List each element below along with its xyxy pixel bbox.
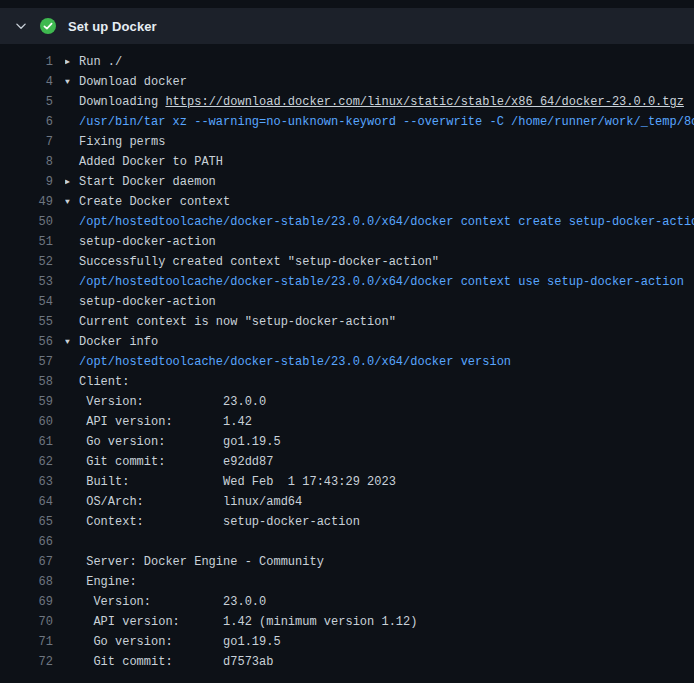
log-text: OS/Arch: linux/amd64 bbox=[79, 495, 302, 509]
line-number-link[interactable]: 52 bbox=[0, 252, 53, 272]
line-number-link[interactable]: 57 bbox=[0, 352, 53, 372]
log-text: Server: Docker Engine - Community bbox=[79, 555, 324, 569]
log-text: Version: 23.0.0 bbox=[79, 595, 266, 609]
log-text: Start Docker daemon bbox=[79, 175, 216, 189]
log-url-link[interactable]: https://download.docker.com/linux/static… bbox=[165, 95, 683, 109]
group-collapse-icon[interactable]: ▼ bbox=[65, 332, 79, 352]
line-number-link[interactable]: 62 bbox=[0, 452, 53, 472]
log-line-content: API version: 1.42 bbox=[65, 412, 694, 432]
line-number-link[interactable]: 65 bbox=[0, 512, 53, 532]
line-number-link[interactable]: 56 bbox=[0, 332, 53, 352]
log-line: 66 bbox=[0, 532, 694, 552]
log-command-text: /opt/hostedtoolcache/docker-stable/23.0.… bbox=[79, 275, 684, 289]
line-number-link[interactable]: 54 bbox=[0, 292, 53, 312]
log-line-content: /opt/hostedtoolcache/docker-stable/23.0.… bbox=[65, 352, 694, 372]
log-line: 69 Version: 23.0.0 bbox=[0, 592, 694, 612]
line-number-link[interactable]: 69 bbox=[0, 592, 53, 612]
log-line-content: Added Docker to PATH bbox=[65, 152, 694, 172]
line-number-link[interactable]: 63 bbox=[0, 472, 53, 492]
log-line-content: ▼Create Docker context bbox=[65, 192, 694, 212]
line-number-link[interactable]: 70 bbox=[0, 612, 53, 632]
log-line: 60 API version: 1.42 bbox=[0, 412, 694, 432]
line-number-link[interactable]: 53 bbox=[0, 272, 53, 292]
success-check-icon bbox=[40, 18, 56, 34]
log-line-content: ▼Docker info bbox=[65, 332, 694, 352]
line-number-link[interactable]: 51 bbox=[0, 232, 53, 252]
line-number-link[interactable]: 7 bbox=[0, 132, 53, 152]
line-number-link[interactable]: 66 bbox=[0, 532, 53, 552]
log-line: 1▶Run ./ bbox=[0, 52, 694, 72]
log-line-content: setup-docker-action bbox=[65, 292, 694, 312]
chevron-down-icon[interactable] bbox=[14, 19, 28, 33]
log-line-content: Successfully created context "setup-dock… bbox=[65, 252, 694, 272]
log-line: 68 Engine: bbox=[0, 572, 694, 592]
log-text: Downloading bbox=[79, 95, 165, 109]
line-number-link[interactable]: 6 bbox=[0, 112, 53, 132]
log-text: API version: 1.42 (minimum version 1.12) bbox=[79, 615, 417, 629]
group-expand-icon[interactable]: ▶ bbox=[65, 52, 79, 72]
log-line-content: ▶Run ./ bbox=[65, 52, 694, 72]
log-line-content bbox=[65, 532, 694, 552]
step-header-setup-docker[interactable]: Set up Docker bbox=[0, 8, 694, 44]
log-line: 71 Go version: go1.19.5 bbox=[0, 632, 694, 652]
line-number-link[interactable]: 4 bbox=[0, 72, 53, 92]
group-collapse-icon[interactable]: ▼ bbox=[65, 192, 79, 212]
log-text: API version: 1.42 bbox=[79, 415, 252, 429]
log-line-content: Built: Wed Feb 1 17:43:29 2023 bbox=[65, 472, 694, 492]
group-expand-icon[interactable]: ▶ bbox=[65, 172, 79, 192]
log-line: 63 Built: Wed Feb 1 17:43:29 2023 bbox=[0, 472, 694, 492]
log-text: Successfully created context "setup-dock… bbox=[79, 255, 439, 269]
log-line: 72 Git commit: d7573ab bbox=[0, 652, 694, 672]
log-text: Current context is now "setup-docker-act… bbox=[79, 315, 396, 329]
log-line-content: /opt/hostedtoolcache/docker-stable/23.0.… bbox=[65, 272, 694, 292]
log-line: 49▼Create Docker context bbox=[0, 192, 694, 212]
log-line: 50/opt/hostedtoolcache/docker-stable/23.… bbox=[0, 212, 694, 232]
line-number-link[interactable]: 9 bbox=[0, 172, 53, 192]
line-number-link[interactable]: 49 bbox=[0, 192, 53, 212]
line-number-link[interactable]: 59 bbox=[0, 392, 53, 412]
log-command-text: /opt/hostedtoolcache/docker-stable/23.0.… bbox=[79, 215, 694, 229]
log-text: Client: bbox=[79, 375, 129, 389]
line-number-link[interactable]: 64 bbox=[0, 492, 53, 512]
line-number-link[interactable]: 68 bbox=[0, 572, 53, 592]
log-line-content: Version: 23.0.0 bbox=[65, 592, 694, 612]
log-line-content: Fixing perms bbox=[65, 132, 694, 152]
line-number-link[interactable]: 71 bbox=[0, 632, 53, 652]
log-line: 53/opt/hostedtoolcache/docker-stable/23.… bbox=[0, 272, 694, 292]
line-number-link[interactable]: 5 bbox=[0, 92, 53, 112]
line-number-link[interactable]: 1 bbox=[0, 52, 53, 72]
log-line-content: Current context is now "setup-docker-act… bbox=[65, 312, 694, 332]
log-line-content: Engine: bbox=[65, 572, 694, 592]
log-line: 4▼Download docker bbox=[0, 72, 694, 92]
line-number-link[interactable]: 60 bbox=[0, 412, 53, 432]
log-line-content: ▶Start Docker daemon bbox=[65, 172, 694, 192]
line-number-link[interactable]: 67 bbox=[0, 552, 53, 572]
log-output: 1▶Run ./4▼Download docker5Downloading ht… bbox=[0, 44, 694, 672]
log-text: Added Docker to PATH bbox=[79, 155, 223, 169]
log-line-content: /usr/bin/tar xz --warning=no-unknown-key… bbox=[65, 112, 694, 132]
line-number-link[interactable]: 61 bbox=[0, 432, 53, 452]
log-line: 7Fixing perms bbox=[0, 132, 694, 152]
log-line: 65 Context: setup-docker-action bbox=[0, 512, 694, 532]
line-number-link[interactable]: 50 bbox=[0, 212, 53, 232]
log-text: Create Docker context bbox=[79, 195, 230, 209]
log-line: 70 API version: 1.42 (minimum version 1.… bbox=[0, 612, 694, 632]
log-line: 55Current context is now "setup-docker-a… bbox=[0, 312, 694, 332]
log-text: Engine: bbox=[79, 575, 137, 589]
log-text: Version: 23.0.0 bbox=[79, 395, 266, 409]
line-number-link[interactable]: 55 bbox=[0, 312, 53, 332]
log-line-content: Git commit: d7573ab bbox=[65, 652, 694, 672]
log-command-text: /opt/hostedtoolcache/docker-stable/23.0.… bbox=[79, 355, 511, 369]
log-line: 6/usr/bin/tar xz --warning=no-unknown-ke… bbox=[0, 112, 694, 132]
log-text: setup-docker-action bbox=[79, 295, 216, 309]
line-number-link[interactable]: 58 bbox=[0, 372, 53, 392]
group-collapse-icon[interactable]: ▼ bbox=[65, 72, 79, 92]
log-line: 57/opt/hostedtoolcache/docker-stable/23.… bbox=[0, 352, 694, 372]
log-line-content: /opt/hostedtoolcache/docker-stable/23.0.… bbox=[65, 212, 694, 232]
log-text: Go version: go1.19.5 bbox=[79, 435, 281, 449]
log-text: setup-docker-action bbox=[79, 235, 216, 249]
log-line: 54setup-docker-action bbox=[0, 292, 694, 312]
log-line-content: Client: bbox=[65, 372, 694, 392]
line-number-link[interactable]: 8 bbox=[0, 152, 53, 172]
line-number-link[interactable]: 72 bbox=[0, 652, 53, 672]
